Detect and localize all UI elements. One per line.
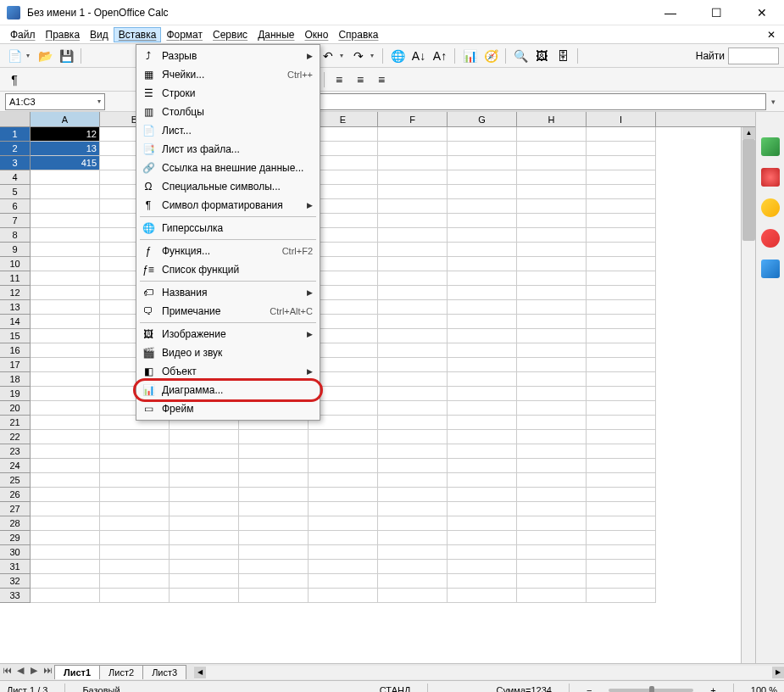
- cell[interactable]: [239, 502, 309, 516]
- cell[interactable]: [100, 531, 170, 545]
- cell[interactable]: [448, 170, 517, 185]
- cell[interactable]: [31, 214, 100, 228]
- menu-вид[interactable]: Вид: [85, 27, 114, 42]
- cell[interactable]: [378, 444, 448, 459]
- cell[interactable]: [587, 185, 656, 199]
- cell[interactable]: [378, 243, 448, 257]
- col-header-A[interactable]: A: [31, 112, 100, 126]
- cell[interactable]: [100, 488, 170, 502]
- row-header[interactable]: 10: [0, 257, 31, 271]
- menu-файл[interactable]: Файл: [5, 27, 41, 42]
- cell[interactable]: [239, 444, 309, 459]
- menu-item-строки[interactable]: ☰Строки: [136, 84, 320, 103]
- cell[interactable]: [378, 473, 448, 488]
- cell[interactable]: [448, 401, 517, 416]
- cell[interactable]: [587, 387, 656, 401]
- cell[interactable]: [587, 574, 656, 589]
- cell[interactable]: [309, 502, 378, 516]
- row-header[interactable]: 6: [0, 199, 31, 214]
- cell[interactable]: [378, 531, 448, 545]
- cell[interactable]: [517, 170, 587, 185]
- cell[interactable]: [31, 286, 100, 300]
- cell[interactable]: [517, 430, 587, 444]
- cell[interactable]: [448, 430, 517, 444]
- cell[interactable]: [448, 243, 517, 257]
- cell-reference-box[interactable]: A1:C3 ▾: [5, 93, 105, 110]
- cell[interactable]: [378, 214, 448, 228]
- row-header[interactable]: 31: [0, 560, 31, 574]
- cell[interactable]: [378, 560, 448, 574]
- cell[interactable]: [517, 401, 587, 416]
- cell[interactable]: [517, 531, 587, 545]
- cell[interactable]: [517, 142, 587, 156]
- cell[interactable]: [31, 329, 100, 343]
- cell[interactable]: [448, 199, 517, 214]
- cell[interactable]: [587, 459, 656, 473]
- cell[interactable]: [31, 459, 100, 473]
- cell[interactable]: [448, 574, 517, 589]
- col-header-G[interactable]: G: [448, 112, 517, 126]
- row-header[interactable]: 33: [0, 589, 31, 603]
- cell[interactable]: [587, 531, 656, 545]
- cell[interactable]: [170, 531, 239, 545]
- cell[interactable]: [378, 574, 448, 589]
- cell[interactable]: [239, 430, 309, 444]
- sheet-tab[interactable]: Лист3: [142, 665, 186, 679]
- cell[interactable]: [378, 545, 448, 560]
- cell[interactable]: [448, 531, 517, 545]
- menu-item-столбцы[interactable]: ▥Столбцы: [136, 103, 320, 121]
- cell[interactable]: [448, 271, 517, 286]
- cell[interactable]: [378, 257, 448, 271]
- cell[interactable]: [378, 271, 448, 286]
- menu-item-примечание[interactable]: 🗨ПримечаниеCtrl+Alt+C: [136, 302, 320, 321]
- row-header[interactable]: 17: [0, 358, 31, 372]
- cell[interactable]: [448, 560, 517, 574]
- cell[interactable]: [517, 214, 587, 228]
- cell[interactable]: [170, 560, 239, 574]
- cell[interactable]: [448, 286, 517, 300]
- cellref-drop-icon[interactable]: ▾: [97, 98, 101, 105]
- cell[interactable]: [448, 473, 517, 488]
- cell[interactable]: [378, 502, 448, 516]
- cell[interactable]: [31, 300, 100, 315]
- cell[interactable]: [517, 488, 587, 502]
- cell[interactable]: [309, 444, 378, 459]
- cell[interactable]: [587, 300, 656, 315]
- cell[interactable]: [31, 271, 100, 286]
- cell[interactable]: [587, 516, 656, 531]
- cell[interactable]: [309, 531, 378, 545]
- cell[interactable]: [587, 545, 656, 560]
- cell[interactable]: [31, 545, 100, 560]
- cell[interactable]: [239, 531, 309, 545]
- minimize-button[interactable]: —: [655, 1, 686, 25]
- menu-item-объект[interactable]: ◧Объект▶: [136, 362, 320, 381]
- cell[interactable]: [378, 459, 448, 473]
- cell[interactable]: [170, 589, 239, 603]
- cell[interactable]: [31, 531, 100, 545]
- cell[interactable]: [517, 228, 587, 243]
- cell[interactable]: [587, 127, 656, 142]
- cell[interactable]: [587, 444, 656, 459]
- cell[interactable]: [378, 358, 448, 372]
- cell[interactable]: [378, 516, 448, 531]
- cell[interactable]: [517, 473, 587, 488]
- cell[interactable]: [31, 170, 100, 185]
- cell[interactable]: [448, 488, 517, 502]
- cell[interactable]: [31, 589, 100, 603]
- cell[interactable]: [517, 589, 587, 603]
- cell[interactable]: [448, 459, 517, 473]
- row-header[interactable]: 29: [0, 531, 31, 545]
- cell[interactable]: [100, 560, 170, 574]
- row-header[interactable]: 14: [0, 315, 31, 329]
- cell[interactable]: [378, 156, 448, 170]
- new-drop-icon[interactable]: ▾: [26, 52, 33, 59]
- cell[interactable]: [170, 459, 239, 473]
- cell[interactable]: [309, 545, 378, 560]
- cell[interactable]: [378, 142, 448, 156]
- cell[interactable]: [517, 560, 587, 574]
- cell[interactable]: [378, 300, 448, 315]
- cell[interactable]: [448, 545, 517, 560]
- datasources-icon[interactable]: 🗄: [553, 47, 572, 65]
- cell[interactable]: [31, 185, 100, 199]
- cell[interactable]: [31, 516, 100, 531]
